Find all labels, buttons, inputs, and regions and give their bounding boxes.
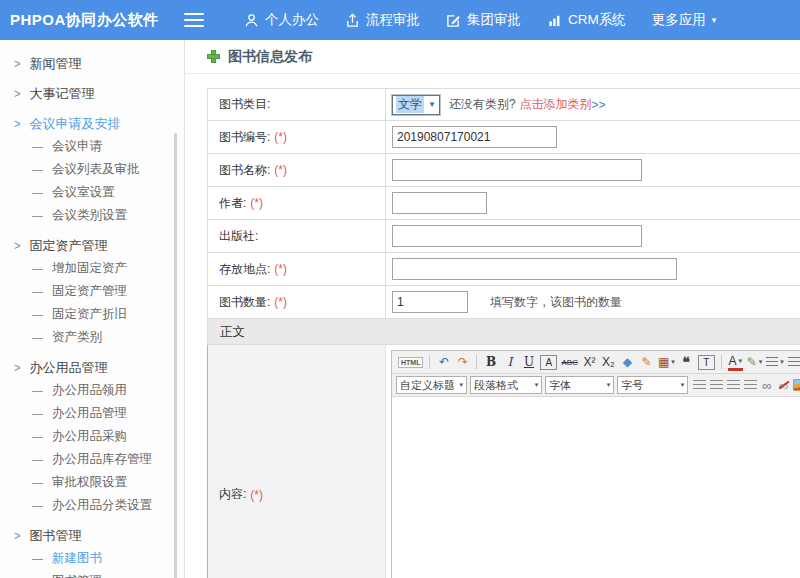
undo-button[interactable]: ↶	[436, 353, 451, 371]
sidebar-item[interactable]: —会议类别设置	[0, 204, 184, 227]
insert-template-button[interactable]: T	[698, 355, 715, 370]
form-row-field	[386, 220, 800, 252]
html-source-button[interactable]: HTML	[398, 357, 423, 368]
unlink-icon[interactable]: ∞	[776, 377, 791, 393]
image-icon[interactable]	[793, 377, 800, 393]
dash-icon: —	[32, 492, 43, 520]
font-family-select[interactable]: 字体▾	[545, 376, 614, 394]
align-justify-icon[interactable]	[743, 377, 758, 393]
topbar-nav-item[interactable]: 流程审批	[345, 11, 420, 29]
field-label: 存放地点:	[219, 261, 270, 278]
sidebar-item-label: 会议室设置	[52, 181, 115, 204]
form-row: 图书数量:(*)填写数字，该图书的数量	[207, 286, 800, 319]
link-glyph: ∞	[779, 379, 788, 392]
sidebar-item[interactable]: —办公用品采购	[0, 425, 184, 448]
sidebar-item[interactable]: —会议室设置	[0, 181, 184, 204]
sidebar-item[interactable]: —图书管理	[0, 570, 184, 578]
sidebar-item[interactable]: —新建图书	[0, 547, 184, 570]
format-brush-button[interactable]: ✎	[639, 353, 654, 371]
category-select[interactable]: 文学▼	[392, 95, 440, 115]
book-name-input[interactable]	[392, 159, 642, 181]
sidebar-menu: >新闻管理>大事记管理>会议申请及安排—会议申请—会议列表及审批—会议室设置—会…	[0, 52, 184, 578]
sidebar-item[interactable]: >办公用品管理	[0, 356, 184, 379]
sidebar-item[interactable]: >会议申请及安排	[0, 112, 184, 135]
sidebar-item[interactable]: >固定资产管理	[0, 234, 184, 257]
dash-icon: —	[32, 324, 43, 352]
caret-down-icon: ▾	[460, 381, 464, 389]
glyph: ✎	[641, 355, 651, 369]
blockquote-button[interactable]: ❝	[679, 353, 694, 371]
font-size-select[interactable]: 字号▾	[617, 376, 688, 394]
color-palette-button[interactable]: ▦▾	[658, 353, 675, 371]
field-label: 作者:	[219, 195, 246, 212]
sidebar-item[interactable]: >新闻管理	[0, 52, 184, 75]
caret-down-icon: ▾	[759, 358, 763, 366]
caret-down-icon: ▾	[681, 381, 685, 389]
sidebar-item-label: 图书管理	[29, 524, 81, 547]
add-category-link[interactable]: 点击添加类别	[520, 96, 592, 113]
sidebar-item[interactable]: —资产类别	[0, 326, 184, 349]
sidebar-item[interactable]: —办公用品管理	[0, 402, 184, 425]
ordered-list-button[interactable]: ▾	[766, 353, 784, 371]
hamburger-menu-icon[interactable]	[184, 13, 204, 27]
field-label: 图书数量:	[219, 294, 270, 311]
underline-button[interactable]: U	[521, 353, 536, 371]
font-color-button[interactable]: A▾	[728, 354, 743, 371]
topbar-nav-item[interactable]: CRM系统	[547, 11, 626, 29]
sidebar-item[interactable]: —审批权限设置	[0, 471, 184, 494]
glyph: ✎	[747, 355, 757, 369]
chevron-right-icon: >	[14, 110, 20, 138]
custom-heading-select[interactable]: 自定义标题▾	[396, 376, 467, 394]
align-glyph	[727, 380, 740, 390]
editor-content[interactable]	[392, 397, 800, 578]
sidebar-item[interactable]: —固定资产管理	[0, 280, 184, 303]
subscript-button[interactable]: X₂	[601, 353, 616, 371]
list-glyph	[766, 357, 778, 367]
sidebar-item[interactable]: —增加固定资产	[0, 257, 184, 280]
bold-button[interactable]: B	[483, 353, 498, 371]
author-input[interactable]	[392, 192, 487, 214]
glyph: A	[729, 355, 737, 367]
italic-button[interactable]: I	[502, 353, 517, 371]
sidebar-item[interactable]: —会议列表及审批	[0, 158, 184, 181]
topbar-nav-item[interactable]: 更多应用▾	[652, 11, 717, 29]
align-left-icon[interactable]	[692, 377, 707, 393]
chevron-right-icon: >	[14, 80, 20, 108]
superscript-button[interactable]: X²	[582, 353, 597, 371]
strikethrough-button[interactable]: ABC	[561, 353, 577, 371]
nav-label: 个人办公	[265, 11, 319, 29]
align-right-icon[interactable]	[726, 377, 741, 393]
main-content: 图书信息发布 图书类目:文学▼还没有类别?点击添加类别>>图书编号:(*)图书名…	[185, 40, 800, 578]
eraser-button[interactable]: ◆	[620, 353, 635, 371]
font-border-button[interactable]: A	[540, 355, 557, 370]
add-category-arrows[interactable]: >>	[592, 98, 606, 112]
sidebar-item[interactable]: —固定资产折旧	[0, 303, 184, 326]
topbar-nav-item[interactable]: 集团审批	[446, 11, 521, 29]
sidebar-item[interactable]: —办公用品库存管理	[0, 448, 184, 471]
dash-icon: —	[32, 568, 43, 578]
form-row-field: 文学▼还没有类别?点击添加类别>>	[386, 89, 800, 120]
topbar-nav-item[interactable]: 个人办公	[244, 11, 319, 29]
paragraph-format-select[interactable]: 段落格式▾	[470, 376, 542, 394]
sidebar-item[interactable]: —办公用品分类设置	[0, 494, 184, 517]
align-center-icon[interactable]	[709, 377, 724, 393]
unordered-list-button[interactable]: ▾	[788, 353, 800, 371]
highlight-pen-button[interactable]: ✎▾	[747, 353, 763, 371]
form-row-label: 图书数量:(*)	[208, 286, 386, 318]
sidebar-item[interactable]: >大事记管理	[0, 82, 184, 105]
book-number-input[interactable]	[392, 126, 557, 148]
sidebar-item-label: 审批权限设置	[52, 471, 127, 494]
form-row: 作者:(*)	[207, 187, 800, 220]
rich-text-editor: HTML↶↷BIUAABCX²X₂◆✎▦▾❝TA▾✎▾▾▾ 自定义标题▾段落格式…	[391, 350, 800, 578]
sidebar-item-label: 新闻管理	[29, 52, 81, 75]
link-icon[interactable]: ∞	[759, 377, 774, 393]
sidebar-item[interactable]: —会议申请	[0, 135, 184, 158]
redo-button[interactable]: ↷	[455, 353, 470, 371]
glyph: ↷	[458, 355, 468, 369]
sidebar-item[interactable]: —办公用品领用	[0, 379, 184, 402]
book-quantity-input[interactable]	[392, 291, 468, 313]
sidebar-item[interactable]: >图书管理	[0, 524, 184, 547]
storage-location-input[interactable]	[392, 258, 677, 280]
publisher-input[interactable]	[392, 225, 642, 247]
sidebar-scrollbar[interactable]	[174, 133, 177, 578]
